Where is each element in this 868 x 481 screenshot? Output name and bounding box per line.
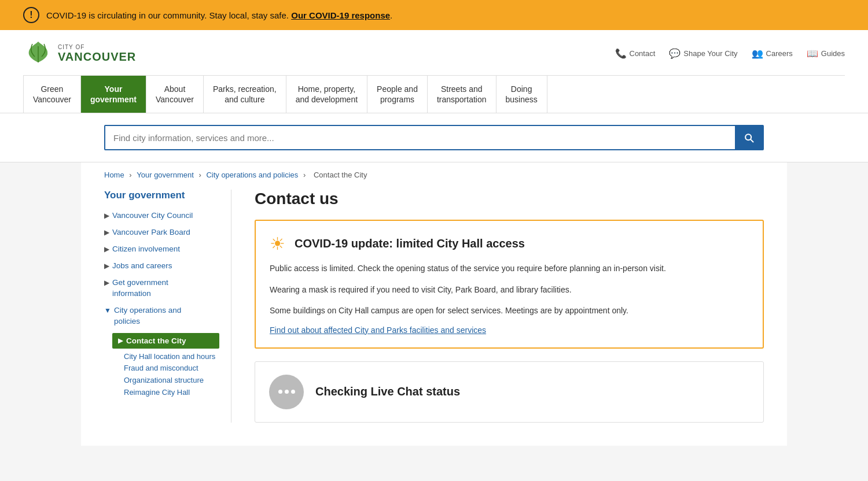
shape-your-city-link[interactable]: 💬 Shape Your City <box>669 48 737 59</box>
sidebar-link-city-ops[interactable]: City operations andpolicies <box>114 305 181 327</box>
nav-people-programs[interactable]: People andprograms <box>367 76 428 113</box>
arrow-icon-5: ▶ <box>104 279 109 287</box>
header: CITY OF VANCOUVER 📞 Contact 💬 Shape Your… <box>0 30 868 113</box>
chat-dot-3 <box>291 390 295 394</box>
covid-response-link[interactable]: Our COVID-19 response <box>291 10 390 20</box>
main-wrapper: Home › Your government › City operations… <box>81 162 787 445</box>
chat-icon: 💬 <box>669 48 681 59</box>
chat-card: Checking Live Chat status <box>255 361 764 423</box>
arrow-icon: ▶ <box>104 212 109 220</box>
header-links: 📞 Contact 💬 Shape Your City 👥 Careers 📖 … <box>615 48 845 59</box>
nav-green-vancouver[interactable]: GreenVancouver <box>23 76 81 113</box>
covid-card-header: ☀ COVID-19 update: limited City Hall acc… <box>270 234 749 254</box>
chat-dot-2 <box>285 390 289 394</box>
breadcrumb-home[interactable]: Home <box>104 171 124 179</box>
chat-dot-1 <box>278 390 282 394</box>
breadcrumb-sep-3: › <box>303 171 308 179</box>
covid-paragraph-1: Public access is limited. Check the open… <box>270 262 749 275</box>
nav-your-government[interactable]: Yourgovernment <box>81 76 146 113</box>
alert-banner: ! COVID-19 is circulating in our communi… <box>0 0 868 30</box>
sidebar-active-contact[interactable]: ▶ Contact the City <box>112 333 219 349</box>
sidebar-item-city-council[interactable]: ▶ Vancouver City Council <box>104 210 219 221</box>
search-box <box>104 125 764 150</box>
logo[interactable]: CITY OF VANCOUVER <box>23 40 136 66</box>
nav-home-property[interactable]: Home, property,and development <box>286 76 367 113</box>
nav-parks-recreation[interactable]: Parks, recreation,and culture <box>204 76 286 113</box>
covid-paragraph-3: Some buildings on City Hall campus are o… <box>270 304 749 317</box>
arrow-icon-4: ▶ <box>104 262 109 270</box>
page-title: Contact us <box>255 190 764 208</box>
people-icon: 👥 <box>752 48 763 59</box>
covid-card-title: COVID-19 update: limited City Hall acces… <box>295 237 525 250</box>
nav-doing-business[interactable]: Doingbusiness <box>496 76 547 113</box>
active-arrow-icon: ▶ <box>118 337 123 345</box>
sidebar: Your government ▶ Vancouver City Council… <box>104 190 231 422</box>
breadcrumb: Home › Your government › City operations… <box>104 162 764 190</box>
sidebar-sub-items: City Hall location and hours Fraud and m… <box>112 351 219 399</box>
careers-link[interactable]: 👥 Careers <box>752 48 793 59</box>
sun-icon: ☀ <box>270 234 285 254</box>
covid-card: ☀ COVID-19 update: limited City Hall acc… <box>255 220 764 348</box>
chat-dots <box>278 390 295 394</box>
sidebar-sub-org[interactable]: Organizational structure <box>124 375 219 387</box>
breadcrumb-sep-2: › <box>198 171 203 179</box>
search-area <box>0 113 868 162</box>
search-button[interactable] <box>735 126 763 149</box>
header-top: CITY OF VANCOUVER 📞 Contact 💬 Shape Your… <box>23 40 845 66</box>
logo-icon <box>23 40 53 66</box>
phone-icon: 📞 <box>615 48 627 59</box>
nav-streets-transportation[interactable]: Streets andtransportation <box>428 76 496 113</box>
contact-link[interactable]: 📞 Contact <box>615 48 656 59</box>
sidebar-title: Your government <box>104 190 219 201</box>
alert-icon: ! <box>23 7 39 23</box>
alert-text: COVID-19 is circulating in our community… <box>46 10 392 20</box>
nav-about-vancouver[interactable]: AboutVancouver <box>146 76 204 113</box>
arrow-icon-6: ▼ <box>104 306 111 314</box>
breadcrumb-current: Contact the City <box>314 171 367 179</box>
sidebar-link-citizen[interactable]: Citizen involvement <box>112 244 180 255</box>
sidebar-sub-fraud[interactable]: Fraud and misconduct <box>124 362 219 375</box>
sidebar-item-city-ops[interactable]: ▼ City operations andpolicies <box>104 305 219 327</box>
sidebar-link-city-council[interactable]: Vancouver City Council <box>112 210 193 221</box>
search-input[interactable] <box>105 127 735 149</box>
covid-paragraph-2: Wearing a mask is required if you need t… <box>270 283 749 296</box>
arrow-icon-3: ▶ <box>104 245 109 253</box>
sidebar-item-citizen[interactable]: ▶ Citizen involvement <box>104 244 219 255</box>
covid-facilities-link[interactable]: Find out about affected City and Parks f… <box>270 325 486 335</box>
chat-card-title: Checking Live Chat status <box>315 385 460 398</box>
breadcrumb-sep-1: › <box>129 171 134 179</box>
main-content: Contact us ☀ COVID-19 update: limited Ci… <box>255 190 764 422</box>
chat-bubble-icon <box>269 375 304 409</box>
sidebar-sub-reimagine[interactable]: Reimagine City Hall <box>124 387 219 399</box>
arrow-icon-2: ▶ <box>104 228 109 236</box>
sidebar-link-jobs[interactable]: Jobs and careers <box>112 261 172 272</box>
sidebar-sub-city-hall[interactable]: City Hall location and hours <box>124 351 219 363</box>
breadcrumb-city-operations[interactable]: City operations and policies <box>206 171 298 179</box>
sidebar-item-park-board[interactable]: ▶ Vancouver Park Board <box>104 227 219 238</box>
book-icon: 📖 <box>807 48 818 59</box>
content-layout: Your government ▶ Vancouver City Council… <box>104 190 764 445</box>
sidebar-link-park-board[interactable]: Vancouver Park Board <box>112 227 190 238</box>
sidebar-link-get-info[interactable]: Get governmentinformation <box>112 278 168 299</box>
sidebar-item-get-info[interactable]: ▶ Get governmentinformation <box>104 278 219 299</box>
logo-text: CITY OF VANCOUVER <box>58 44 136 63</box>
main-nav: GreenVancouver Yourgovernment AboutVanco… <box>23 75 845 113</box>
sidebar-item-jobs[interactable]: ▶ Jobs and careers <box>104 261 219 272</box>
breadcrumb-your-government[interactable]: Your government <box>137 171 194 179</box>
guides-link[interactable]: 📖 Guides <box>807 48 845 59</box>
search-icon <box>743 132 755 143</box>
